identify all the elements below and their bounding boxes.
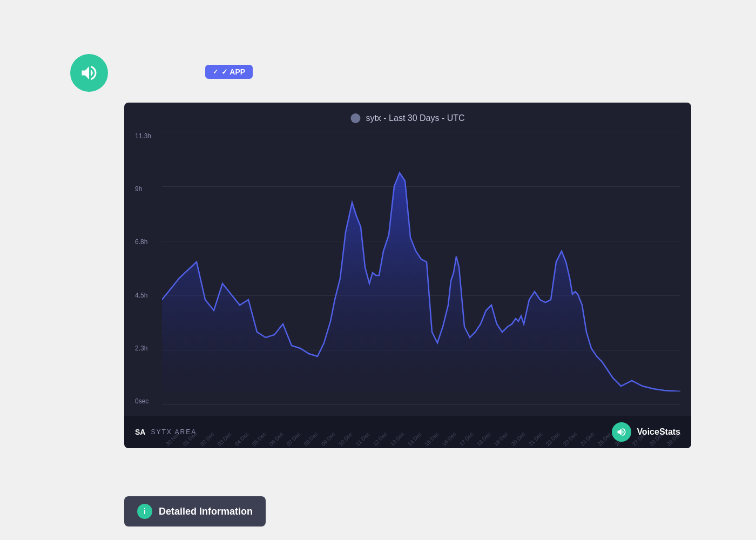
page-container: ✓ ✓ APP sytx - Last 30 Days - UTC 0sec 2… — [54, 32, 702, 508]
voicestats-icon — [612, 422, 631, 442]
sound-icon-main — [70, 54, 108, 92]
y-label-5: 11.3h — [135, 132, 151, 140]
detailed-info-button[interactable]: i Detailed Information — [124, 496, 266, 526]
y-axis: 0sec 2.3h 4.5h 6.8h 9h 11.3h — [135, 132, 151, 405]
app-badge[interactable]: ✓ ✓ APP — [205, 65, 253, 79]
sa-text: SA — [135, 428, 145, 436]
grid-line-0 — [162, 404, 680, 405]
y-label-2: 4.5h — [135, 292, 151, 299]
voicestats-text: VoiceStats — [637, 427, 680, 437]
chart-title-text: sytx - Last 30 Days - UTC — [366, 113, 464, 123]
area-name: SYTX AREA — [151, 428, 197, 436]
sa-area-label: SA SYTX AREA — [135, 428, 197, 436]
y-label-3: 6.8h — [135, 238, 151, 246]
chart-container: sytx - Last 30 Days - UTC 0sec 2.3h 4.5h… — [124, 103, 691, 448]
y-label-1: 2.3h — [135, 345, 151, 352]
detailed-info-label: Detailed Information — [159, 506, 253, 517]
chart-inner: sytx - Last 30 Days - UTC 0sec 2.3h 4.5h… — [124, 103, 691, 448]
y-label-4: 9h — [135, 185, 151, 193]
chart-bottom-bar: SA SYTX AREA VoiceStats — [124, 416, 691, 448]
y-label-0: 0sec — [135, 397, 151, 405]
chart-svg — [162, 132, 680, 392]
info-icon-text: i — [144, 507, 146, 516]
info-icon: i — [137, 504, 152, 519]
voicestats-label: VoiceStats — [612, 422, 680, 442]
app-badge-label: ✓ APP — [221, 68, 245, 76]
chart-title-dot — [350, 113, 360, 123]
check-icon: ✓ — [213, 68, 218, 76]
chart-title: sytx - Last 30 Days - UTC — [350, 113, 464, 123]
